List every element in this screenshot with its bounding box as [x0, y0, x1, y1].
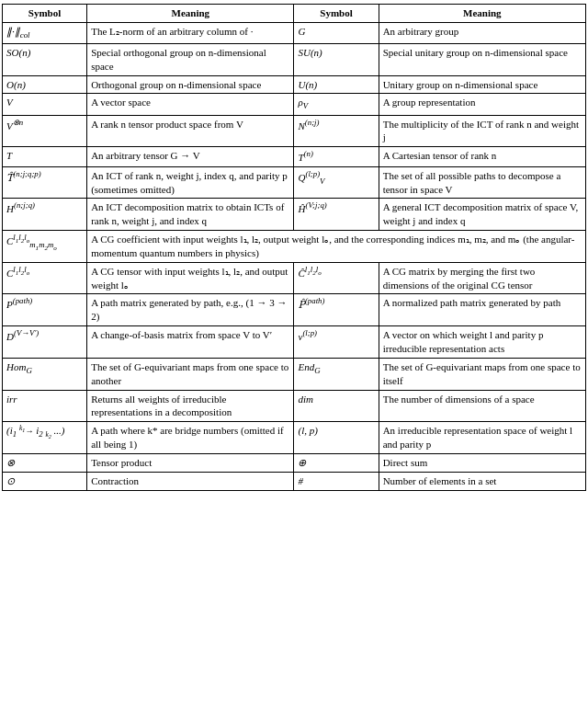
symbol-cell-2: P̂(path) [294, 294, 379, 326]
header-symbol2: Symbol [294, 5, 379, 23]
symbol-cell-2: EndG [294, 358, 379, 390]
symbol-cell-2: # [294, 472, 379, 490]
symbol-cell-1: T̂(n;j;q;p) [3, 166, 87, 199]
symbol-cell-1: HomG [3, 358, 87, 390]
main-table-container: Symbol Meaning Symbol Meaning ‖·‖colThe … [2, 4, 586, 491]
meaning-cell-1: A change-of-basis matrix from space V to… [87, 326, 294, 359]
meaning-cell-2: The set of all possible paths to decompo… [379, 166, 585, 199]
meaning-cell-2: The number of dimensions of a space [379, 390, 585, 422]
symbol-cell-1: D(V→V′) [3, 326, 87, 359]
meaning-cell-1: The L₂-norm of an arbitrary column of · [87, 22, 294, 43]
symbol-cell-1: V [3, 94, 87, 115]
meaning-cell-1: The set of G-equivariant maps from one s… [87, 358, 294, 390]
table-row: D(V→V′)A change-of-basis matrix from spa… [3, 326, 586, 359]
symbol-cell-2: T(n) [294, 147, 379, 167]
table-row: ‖·‖colThe L₂-norm of an arbitrary column… [3, 22, 586, 43]
table-row: (i1 k1→ i2 k2 ...)A path where k* are br… [3, 422, 586, 454]
meaning-cell-2: An irreducible representation space of w… [379, 422, 585, 454]
symbol-cell-1: P(path) [3, 294, 87, 326]
meaning-cell-1: An ICT decomposition matrix to obtain IC… [87, 199, 294, 231]
header-symbol1: Symbol [3, 5, 87, 23]
table-row: ⊗Tensor product⊕Direct sum [3, 453, 586, 472]
symbol-cell-1: ⊙ [3, 472, 87, 490]
symbol-cell-2: ⊕ [294, 453, 379, 472]
header-meaning1: Meaning [87, 5, 294, 23]
table-row: T̂(n;j;q;p)An ICT of rank n, weight j, i… [3, 166, 586, 199]
symbol-cell-1: H(n;j;q) [3, 199, 87, 231]
meaning-cell-1: An arbitrary tensor G → V [87, 147, 294, 167]
meaning-cell-1: Special orthogonal group on n-dimensiona… [87, 43, 294, 75]
symbol-cell-2: Q(l;p)V [294, 166, 379, 199]
table-row: Cl1l2loA CG tensor with input weights l₁… [3, 262, 586, 294]
table-row: O(n)Orthogonal group on n-dimensional sp… [3, 75, 586, 94]
table-row: HomGThe set of G-equivariant maps from o… [3, 358, 586, 390]
header-meaning2: Meaning [379, 5, 585, 23]
symbol-cell-2: (l, p) [294, 422, 379, 454]
table-row: VA vector spaceρVA group representation [3, 94, 586, 115]
symbol-cell-2: v(l;p) [294, 326, 379, 359]
table-row: TAn arbitrary tensor G → VT(n)A Cartesia… [3, 147, 586, 167]
meaning-cell-1: A path where k* are bridge numbers (omit… [87, 422, 294, 454]
symbol-cell-1: V⊗n [3, 115, 87, 147]
meaning-cell-2: The multiplicity of the ICT of rank n an… [379, 115, 585, 147]
meaning-cell-2: A group representation [379, 94, 585, 115]
symbol-cell-2: Ĥ(V;j;q) [294, 199, 379, 231]
meaning-cell-2: An arbitrary group [379, 22, 585, 43]
symbol-cell-1: ‖·‖col [3, 22, 87, 43]
symbol-table: Symbol Meaning Symbol Meaning ‖·‖colThe … [2, 4, 586, 491]
meaning-cell-2: A Cartesian tensor of rank n [379, 147, 585, 167]
symbol-cell-1: (i1 k1→ i2 k2 ...) [3, 422, 87, 454]
meaning-cell-2: The set of G-equivariant maps from one s… [379, 358, 585, 390]
symbol-cell-1: Cl1l2lo [3, 262, 87, 294]
meaning-cell-1: Contraction [87, 472, 294, 490]
meaning-cell-2: Special unitary group on n-dimensional s… [379, 43, 585, 75]
table-row: Cl1l2lom1m2moA CG coefficient with input… [3, 231, 586, 263]
meaning-cell-2: A normalized path matrix generated by pa… [379, 294, 585, 326]
symbol-cell-2: Ĉl1l2lo [294, 262, 379, 294]
table-header-row: Symbol Meaning Symbol Meaning [3, 5, 586, 23]
meaning-cell-1: An ICT of rank n, weight j, index q, and… [87, 166, 294, 199]
meaning-cell-1: A vector space [87, 94, 294, 115]
meaning-cell-2: Unitary group on n-dimensional space [379, 75, 585, 94]
table-row: P(path)A path matrix generated by path, … [3, 294, 586, 326]
table-row: ⊙Contraction#Number of elements in a set [3, 472, 586, 490]
symbol-cell-2: N(n;j) [294, 115, 379, 147]
meaning-cell-1: Returns all weights of irreducible repre… [87, 390, 294, 422]
symbol-cell-2: ρV [294, 94, 379, 115]
symbol-cell-2: G [294, 22, 379, 43]
symbol-cell-2: dim [294, 390, 379, 422]
table-row: V⊗nA rank n tensor product space from VN… [3, 115, 586, 147]
symbol-cell: Cl1l2lom1m2mo [3, 231, 87, 263]
symbol-cell-1: SO(n) [3, 43, 87, 75]
meaning-cell-2: A vector on which weight l and parity p … [379, 326, 585, 359]
symbol-cell-1: irr [3, 390, 87, 422]
symbol-cell-1: O(n) [3, 75, 87, 94]
meaning-cell-1: A rank n tensor product space from V [87, 115, 294, 147]
meaning-cell-1: Orthogonal group on n-dimensional space [87, 75, 294, 94]
table-row: SO(n)Special orthogonal group on n-dimen… [3, 43, 586, 75]
meaning-cell-2: A CG matrix by merging the first two dim… [379, 262, 585, 294]
meaning-cell-1: A CG tensor with input weights l₁, l₂, a… [87, 262, 294, 294]
meaning-cell-1: A path matrix generated by path, e.g., (… [87, 294, 294, 326]
symbol-cell-2: U(n) [294, 75, 379, 94]
meaning-cell-2: Direct sum [379, 453, 585, 472]
table-row: irrReturns all weights of irreducible re… [3, 390, 586, 422]
symbol-cell-1: ⊗ [3, 453, 87, 472]
symbol-cell-2: SU(n) [294, 43, 379, 75]
meaning-cell-2: A general ICT decomposition matrix of sp… [379, 199, 585, 231]
symbol-cell-1: T [3, 147, 87, 167]
table-row: H(n;j;q)An ICT decomposition matrix to o… [3, 199, 586, 231]
meaning-cell-span: A CG coefficient with input weights l₁, … [87, 231, 586, 263]
meaning-cell-2: Number of elements in a set [379, 472, 585, 490]
meaning-cell-1: Tensor product [87, 453, 294, 472]
